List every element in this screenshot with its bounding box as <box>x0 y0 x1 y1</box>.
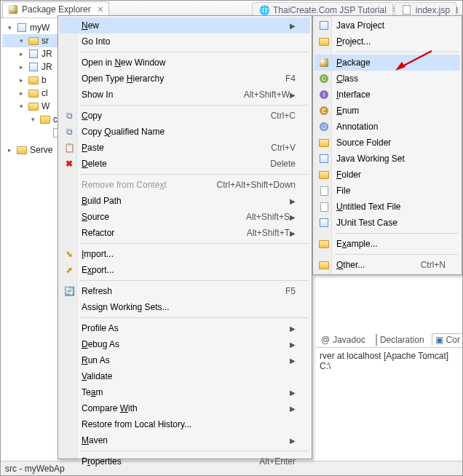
submenu-item-source-folder[interactable]: Source Folder <box>314 135 460 151</box>
tree-label: cl <box>41 88 48 98</box>
example-icon <box>318 238 330 250</box>
menu-label: Properties <box>82 456 242 467</box>
menu-item-assign-working-sets[interactable]: Assign Working Sets... <box>60 299 310 315</box>
twisty-icon[interactable]: ▾ <box>5 24 14 31</box>
bottom-panel: @Javadoc Declaration ▣Cor rver at localh… <box>315 332 462 374</box>
submenu-item-java-working-set[interactable]: Java Working Set <box>314 151 460 167</box>
menu-item-validate[interactable]: Validate <box>60 368 310 384</box>
menu-item-open-in-new-window[interactable]: Open in New Window <box>60 55 310 71</box>
export-icon: ⬈ <box>63 264 75 276</box>
submenu-item-folder[interactable]: Folder <box>314 167 460 183</box>
twisty-icon[interactable]: ▸ <box>5 146 14 154</box>
menu-accel: Ctrl+N <box>421 260 446 270</box>
menu-label: Import... <box>82 249 296 259</box>
menu-item-debug-as[interactable]: Debug As▶ <box>60 336 310 352</box>
twisty-icon[interactable]: ▾ <box>28 116 37 123</box>
menu-item-show-in[interactable]: Show InAlt+Shift+W▶ <box>60 87 310 103</box>
menu-label: Package <box>336 57 446 68</box>
submenu-item-interface[interactable]: IInterface <box>314 87 460 103</box>
package-explorer-icon <box>7 4 19 15</box>
menu-item-new[interactable]: New▶ <box>60 17 310 33</box>
submenu-item-package[interactable]: Package <box>314 55 460 71</box>
menu-label: Source Folder <box>336 138 446 148</box>
submenu-item-junit-test-case[interactable]: JUnit Test Case <box>314 215 460 231</box>
menu-item-maven[interactable]: Maven▶ <box>60 432 310 448</box>
twisty-icon[interactable]: ▾ <box>17 103 25 110</box>
submenu-item-untitled-text-file[interactable]: Untitled Text File <box>314 199 460 215</box>
menu-separator <box>335 233 459 234</box>
menu-label: Open Type Hierarchy <box>82 74 268 84</box>
twisty-icon[interactable]: ▸ <box>17 76 25 84</box>
submenu-item-annotation[interactable]: @Annotation <box>314 119 460 135</box>
menu-label: Delete <box>82 159 253 169</box>
tab-console[interactable]: ▣Cor <box>432 333 463 346</box>
menu-separator <box>80 105 309 106</box>
menu-label: Copy <box>82 111 253 121</box>
chevron-right-icon: ▶ <box>290 357 296 365</box>
menu-item-build-path[interactable]: Build Path▶ <box>60 193 310 209</box>
menu-accel: F4 <box>285 74 296 84</box>
menu-label: Enum <box>336 106 446 116</box>
menu-accel: Alt+Shift+W <box>244 90 290 100</box>
menu-label: Source <box>82 212 229 222</box>
close-icon[interactable]: ✕ <box>97 4 104 15</box>
submenu-item-other[interactable]: Other...Ctrl+N <box>314 257 460 273</box>
submenu-item-enum[interactable]: EEnum <box>314 103 460 119</box>
tab-declaration[interactable]: Declaration <box>373 333 427 346</box>
menu-separator <box>80 317 309 318</box>
chevron-right-icon: ▶ <box>290 341 296 349</box>
menu-item-export[interactable]: ⬈Export... <box>60 262 310 278</box>
submenu-item-file[interactable]: File <box>314 183 460 199</box>
globe-icon: 🌐 <box>258 4 270 16</box>
menu-item-go-into[interactable]: Go Into <box>60 33 310 49</box>
menu-item-team[interactable]: Team▶ <box>60 384 310 400</box>
menu-label: Go Into <box>82 36 296 47</box>
tab-javadoc[interactable]: @Javadoc <box>318 333 368 346</box>
menu-separator <box>80 52 309 52</box>
java-project-icon <box>318 20 330 31</box>
servers-icon <box>16 144 28 156</box>
project-icon <box>318 36 330 47</box>
menu-label: Project... <box>336 36 446 47</box>
menu-label: Copy Qualified Name <box>82 127 296 137</box>
menu-label: Build Path <box>82 196 290 206</box>
menu-separator <box>80 243 309 244</box>
menu-item-properties[interactable]: PropertiesAlt+Enter <box>60 453 310 469</box>
submenu-item-class[interactable]: CClass <box>314 71 460 87</box>
menu-item-source[interactable]: SourceAlt+Shift+S▶ <box>60 209 310 225</box>
tree-label: JR <box>41 49 52 59</box>
twisty-icon[interactable]: ▸ <box>17 90 25 97</box>
menu-separator <box>335 52 459 52</box>
submenu-item-java-project[interactable]: Java Project <box>314 17 460 33</box>
menu-item-paste[interactable]: 📋PasteCtrl+V <box>60 140 310 156</box>
menu-item-profile-as[interactable]: Profile As▶ <box>60 320 310 336</box>
delete-icon: ✖ <box>63 158 75 170</box>
tab-label: index.jsp <box>416 5 450 15</box>
menu-item-restore-from-local-history[interactable]: Restore from Local History... <box>60 416 310 432</box>
submenu-new: Java ProjectProject...PackageCClassIInte… <box>312 15 462 275</box>
twisty-icon[interactable]: ▸ <box>17 63 25 71</box>
submenu-item-project[interactable]: Project... <box>314 33 460 49</box>
tab-label: Package Explorer <box>22 4 91 15</box>
menu-label: Paste <box>82 143 253 153</box>
menu-label: File <box>336 186 446 196</box>
menu-item-copy-qualified-name[interactable]: ⧉Copy Qualified Name <box>60 124 310 140</box>
menu-label: Validate <box>82 371 296 381</box>
menu-label: Interface <box>336 90 446 100</box>
menu-item-refresh[interactable]: 🔄RefreshF5 <box>60 283 310 299</box>
console-content: rver at localhost [Apache Tomcat] C:\ <box>315 348 462 374</box>
menu-item-copy[interactable]: ⧉CopyCtrl+C <box>60 108 310 124</box>
menu-item-import[interactable]: ⬊Import... <box>60 246 310 262</box>
submenu-item-example[interactable]: Example... <box>314 236 460 252</box>
twisty-icon[interactable]: ▾ <box>17 37 25 44</box>
menu-label: Refactor <box>82 228 229 238</box>
menu-label: JUnit Test Case <box>336 218 446 228</box>
twisty-icon[interactable]: ▸ <box>17 50 25 57</box>
chevron-right-icon: ▶ <box>290 91 296 99</box>
menu-item-delete[interactable]: ✖DeleteDelete <box>60 156 310 172</box>
menu-item-refactor[interactable]: RefactorAlt+Shift+T▶ <box>60 225 310 241</box>
menu-label: Refresh <box>82 286 268 296</box>
menu-item-compare-with[interactable]: Compare With▶ <box>60 400 310 416</box>
menu-item-run-as[interactable]: Run As▶ <box>60 352 310 368</box>
menu-item-open-type-hierarchy[interactable]: Open Type HierarchyF4 <box>60 71 310 87</box>
